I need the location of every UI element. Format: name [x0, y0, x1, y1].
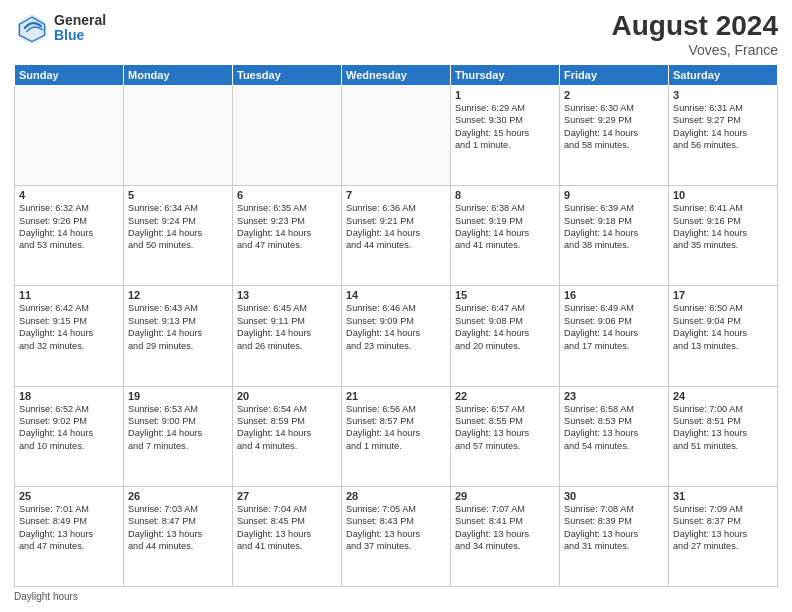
day-number: 25 — [19, 490, 119, 502]
calendar-cell: 6Sunrise: 6:35 AM Sunset: 9:23 PM Daylig… — [233, 186, 342, 286]
day-info: Sunrise: 6:53 AM Sunset: 9:00 PM Dayligh… — [128, 403, 228, 453]
calendar-day-header: Friday — [560, 65, 669, 86]
calendar-day-header: Wednesday — [342, 65, 451, 86]
day-info: Sunrise: 6:43 AM Sunset: 9:13 PM Dayligh… — [128, 302, 228, 352]
day-number: 24 — [673, 390, 773, 402]
day-info: Sunrise: 7:07 AM Sunset: 8:41 PM Dayligh… — [455, 503, 555, 553]
calendar: SundayMondayTuesdayWednesdayThursdayFrid… — [14, 64, 778, 587]
day-info: Sunrise: 6:58 AM Sunset: 8:53 PM Dayligh… — [564, 403, 664, 453]
day-info: Sunrise: 6:46 AM Sunset: 9:09 PM Dayligh… — [346, 302, 446, 352]
calendar-cell: 21Sunrise: 6:56 AM Sunset: 8:57 PM Dayli… — [342, 386, 451, 486]
day-number: 15 — [455, 289, 555, 301]
calendar-cell: 12Sunrise: 6:43 AM Sunset: 9:13 PM Dayli… — [124, 286, 233, 386]
calendar-cell: 9Sunrise: 6:39 AM Sunset: 9:18 PM Daylig… — [560, 186, 669, 286]
day-number: 5 — [128, 189, 228, 201]
day-info: Sunrise: 6:49 AM Sunset: 9:06 PM Dayligh… — [564, 302, 664, 352]
calendar-cell: 17Sunrise: 6:50 AM Sunset: 9:04 PM Dayli… — [669, 286, 778, 386]
logo: General Blue — [14, 10, 106, 46]
calendar-cell: 30Sunrise: 7:08 AM Sunset: 8:39 PM Dayli… — [560, 486, 669, 586]
day-info: Sunrise: 7:05 AM Sunset: 8:43 PM Dayligh… — [346, 503, 446, 553]
calendar-cell: 10Sunrise: 6:41 AM Sunset: 9:16 PM Dayli… — [669, 186, 778, 286]
calendar-cell — [124, 86, 233, 186]
calendar-cell: 4Sunrise: 6:32 AM Sunset: 9:26 PM Daylig… — [15, 186, 124, 286]
calendar-cell: 3Sunrise: 6:31 AM Sunset: 9:27 PM Daylig… — [669, 86, 778, 186]
calendar-cell: 13Sunrise: 6:45 AM Sunset: 9:11 PM Dayli… — [233, 286, 342, 386]
calendar-cell: 2Sunrise: 6:30 AM Sunset: 9:29 PM Daylig… — [560, 86, 669, 186]
calendar-cell: 5Sunrise: 6:34 AM Sunset: 9:24 PM Daylig… — [124, 186, 233, 286]
day-number: 16 — [564, 289, 664, 301]
day-info: Sunrise: 6:54 AM Sunset: 8:59 PM Dayligh… — [237, 403, 337, 453]
header: General Blue August 2024 Voves, France — [14, 10, 778, 58]
day-info: Sunrise: 6:52 AM Sunset: 9:02 PM Dayligh… — [19, 403, 119, 453]
day-info: Sunrise: 6:35 AM Sunset: 9:23 PM Dayligh… — [237, 202, 337, 252]
day-info: Sunrise: 6:56 AM Sunset: 8:57 PM Dayligh… — [346, 403, 446, 453]
day-number: 6 — [237, 189, 337, 201]
day-number: 10 — [673, 189, 773, 201]
footer-note: Daylight hours — [14, 591, 778, 602]
calendar-week-row: 18Sunrise: 6:52 AM Sunset: 9:02 PM Dayli… — [15, 386, 778, 486]
calendar-cell: 26Sunrise: 7:03 AM Sunset: 8:47 PM Dayli… — [124, 486, 233, 586]
calendar-week-row: 25Sunrise: 7:01 AM Sunset: 8:49 PM Dayli… — [15, 486, 778, 586]
calendar-cell — [15, 86, 124, 186]
month-year: August 2024 — [612, 10, 779, 42]
calendar-cell: 31Sunrise: 7:09 AM Sunset: 8:37 PM Dayli… — [669, 486, 778, 586]
day-info: Sunrise: 6:45 AM Sunset: 9:11 PM Dayligh… — [237, 302, 337, 352]
day-number: 2 — [564, 89, 664, 101]
calendar-cell: 27Sunrise: 7:04 AM Sunset: 8:45 PM Dayli… — [233, 486, 342, 586]
day-number: 4 — [19, 189, 119, 201]
logo-general-text: General — [54, 13, 106, 28]
title-area: August 2024 Voves, France — [612, 10, 779, 58]
location: Voves, France — [612, 42, 779, 58]
calendar-cell: 11Sunrise: 6:42 AM Sunset: 9:15 PM Dayli… — [15, 286, 124, 386]
day-info: Sunrise: 7:04 AM Sunset: 8:45 PM Dayligh… — [237, 503, 337, 553]
day-number: 20 — [237, 390, 337, 402]
calendar-cell: 16Sunrise: 6:49 AM Sunset: 9:06 PM Dayli… — [560, 286, 669, 386]
day-number: 13 — [237, 289, 337, 301]
calendar-day-header: Tuesday — [233, 65, 342, 86]
day-number: 23 — [564, 390, 664, 402]
logo-blue-text: Blue — [54, 28, 106, 43]
calendar-cell: 23Sunrise: 6:58 AM Sunset: 8:53 PM Dayli… — [560, 386, 669, 486]
calendar-cell: 28Sunrise: 7:05 AM Sunset: 8:43 PM Dayli… — [342, 486, 451, 586]
calendar-cell: 19Sunrise: 6:53 AM Sunset: 9:00 PM Dayli… — [124, 386, 233, 486]
day-number: 28 — [346, 490, 446, 502]
day-info: Sunrise: 6:30 AM Sunset: 9:29 PM Dayligh… — [564, 102, 664, 152]
day-info: Sunrise: 6:57 AM Sunset: 8:55 PM Dayligh… — [455, 403, 555, 453]
day-info: Sunrise: 6:38 AM Sunset: 9:19 PM Dayligh… — [455, 202, 555, 252]
day-number: 8 — [455, 189, 555, 201]
calendar-week-row: 4Sunrise: 6:32 AM Sunset: 9:26 PM Daylig… — [15, 186, 778, 286]
calendar-cell: 24Sunrise: 7:00 AM Sunset: 8:51 PM Dayli… — [669, 386, 778, 486]
day-number: 9 — [564, 189, 664, 201]
day-number: 30 — [564, 490, 664, 502]
day-number: 3 — [673, 89, 773, 101]
calendar-header-row: SundayMondayTuesdayWednesdayThursdayFrid… — [15, 65, 778, 86]
calendar-cell: 29Sunrise: 7:07 AM Sunset: 8:41 PM Dayli… — [451, 486, 560, 586]
calendar-cell — [342, 86, 451, 186]
calendar-week-row: 1Sunrise: 6:29 AM Sunset: 9:30 PM Daylig… — [15, 86, 778, 186]
day-info: Sunrise: 6:42 AM Sunset: 9:15 PM Dayligh… — [19, 302, 119, 352]
calendar-day-header: Sunday — [15, 65, 124, 86]
calendar-day-header: Thursday — [451, 65, 560, 86]
day-info: Sunrise: 6:47 AM Sunset: 9:08 PM Dayligh… — [455, 302, 555, 352]
calendar-cell: 8Sunrise: 6:38 AM Sunset: 9:19 PM Daylig… — [451, 186, 560, 286]
calendar-day-header: Saturday — [669, 65, 778, 86]
logo-icon — [14, 10, 50, 46]
day-number: 29 — [455, 490, 555, 502]
day-number: 1 — [455, 89, 555, 101]
day-number: 12 — [128, 289, 228, 301]
day-number: 19 — [128, 390, 228, 402]
day-info: Sunrise: 7:03 AM Sunset: 8:47 PM Dayligh… — [128, 503, 228, 553]
day-info: Sunrise: 7:01 AM Sunset: 8:49 PM Dayligh… — [19, 503, 119, 553]
calendar-cell: 22Sunrise: 6:57 AM Sunset: 8:55 PM Dayli… — [451, 386, 560, 486]
calendar-day-header: Monday — [124, 65, 233, 86]
day-number: 11 — [19, 289, 119, 301]
day-number: 7 — [346, 189, 446, 201]
calendar-cell: 7Sunrise: 6:36 AM Sunset: 9:21 PM Daylig… — [342, 186, 451, 286]
day-info: Sunrise: 6:36 AM Sunset: 9:21 PM Dayligh… — [346, 202, 446, 252]
day-number: 21 — [346, 390, 446, 402]
calendar-week-row: 11Sunrise: 6:42 AM Sunset: 9:15 PM Dayli… — [15, 286, 778, 386]
day-info: Sunrise: 6:31 AM Sunset: 9:27 PM Dayligh… — [673, 102, 773, 152]
day-info: Sunrise: 6:29 AM Sunset: 9:30 PM Dayligh… — [455, 102, 555, 152]
day-info: Sunrise: 6:34 AM Sunset: 9:24 PM Dayligh… — [128, 202, 228, 252]
calendar-cell: 14Sunrise: 6:46 AM Sunset: 9:09 PM Dayli… — [342, 286, 451, 386]
